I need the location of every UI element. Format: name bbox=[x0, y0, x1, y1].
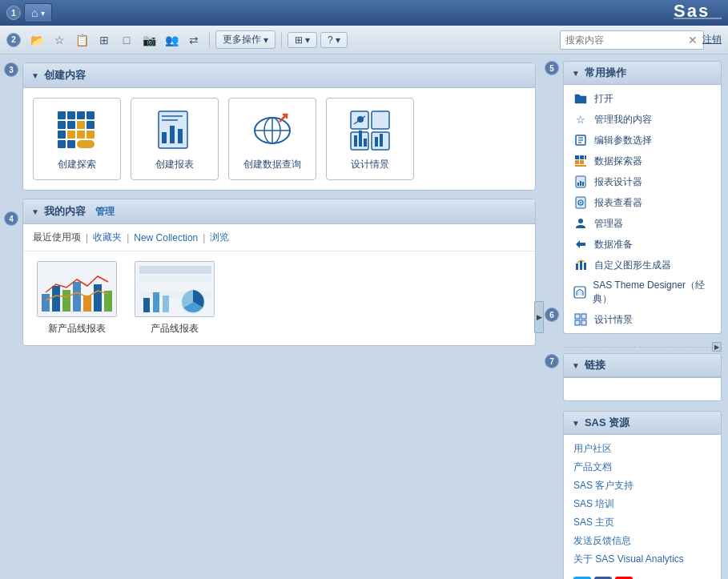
svg-rect-4 bbox=[58, 121, 66, 129]
svg-rect-10 bbox=[58, 131, 66, 139]
sas-logo: Sas bbox=[674, 1, 722, 25]
create-report-card[interactable]: 创建报表 bbox=[131, 98, 219, 180]
grid-icon[interactable]: ⊞ bbox=[95, 30, 114, 50]
op-manage-content[interactable]: ☆ 管理我的内容 bbox=[564, 109, 721, 130]
frame-icon[interactable]: □ bbox=[117, 30, 136, 50]
svg-rect-1 bbox=[674, 18, 722, 19]
svg-rect-73 bbox=[576, 263, 578, 270]
svg-rect-74 bbox=[580, 261, 582, 270]
logout-button[interactable]: 注销 bbox=[702, 33, 722, 46]
expand-icon[interactable]: ▶ bbox=[712, 342, 722, 352]
more-actions-button[interactable]: 更多操作 ▾ bbox=[215, 30, 276, 49]
svg-rect-60 bbox=[580, 155, 584, 159]
layout-arrow: ▾ bbox=[305, 34, 310, 46]
resource-support[interactable]: SAS 客户支持 bbox=[573, 476, 711, 495]
resource-training[interactable]: SAS 培训 bbox=[573, 495, 711, 513]
open-icon bbox=[573, 91, 588, 106]
svg-point-72 bbox=[578, 219, 583, 223]
users-icon[interactable]: 👥 bbox=[162, 30, 181, 50]
op-data-explorer[interactable]: 数据探索器 bbox=[564, 151, 721, 171]
svg-rect-2 bbox=[58, 111, 66, 119]
resource-about[interactable]: 关于 SAS Visual Analytics bbox=[573, 550, 711, 569]
search-input[interactable] bbox=[560, 30, 704, 50]
designer-icon bbox=[349, 110, 391, 151]
op-custom-graph[interactable]: 自定义图形生成器 bbox=[564, 255, 721, 275]
op-data-prep-label: 数据准备 bbox=[594, 238, 633, 251]
op-report-viewer-label: 报表查看器 bbox=[594, 196, 642, 210]
content-item-label-1: 产品线报表 bbox=[151, 322, 199, 336]
op-edit-params[interactable]: 编辑参数选择 bbox=[564, 130, 721, 151]
svg-rect-11 bbox=[67, 131, 75, 139]
manager-icon bbox=[573, 216, 588, 231]
expand-divider: ▶ bbox=[563, 342, 722, 352]
resource-feedback[interactable]: 发送反馈信息 bbox=[573, 532, 711, 550]
right-panel: ▼ 常用操作 打开 ☆ 管理我的内容 bbox=[560, 54, 728, 579]
home-button[interactable]: ⌂ ▾ bbox=[24, 3, 52, 22]
create-query-card[interactable]: 创建数据查询 bbox=[228, 98, 316, 180]
nav-sep-1: | bbox=[86, 232, 88, 243]
op-manager-label: 管理器 bbox=[594, 217, 623, 231]
content-item-0[interactable]: 新产品线报表 bbox=[33, 261, 121, 336]
common-ops-section: ▼ 常用操作 打开 ☆ 管理我的内容 bbox=[563, 61, 722, 334]
recent-label: 最近使用项 bbox=[33, 231, 81, 244]
svg-rect-75 bbox=[584, 263, 586, 270]
links-section: ▼ 链接 bbox=[563, 353, 722, 401]
favorites-icon[interactable]: ☆ bbox=[50, 30, 69, 50]
section-badge-2: 2 bbox=[6, 33, 21, 47]
svg-point-71 bbox=[580, 202, 581, 203]
op-data-prep[interactable]: 数据准备 bbox=[564, 234, 721, 255]
common-ops-header: ▼ 常用操作 bbox=[563, 61, 722, 85]
content-thumb-0 bbox=[37, 261, 117, 317]
top-bar: 1 ⌂ ▾ Sas bbox=[0, 0, 728, 26]
section-badge-5: 5 bbox=[545, 61, 559, 75]
layout-button[interactable]: ⊞ ▾ bbox=[288, 32, 317, 48]
clipboard-icon[interactable]: 📋 bbox=[72, 30, 91, 50]
report-card-label: 创建报表 bbox=[155, 158, 194, 171]
manage-link[interactable]: 管理 bbox=[95, 205, 115, 219]
panel-collapse-arrow[interactable]: ▶ bbox=[534, 301, 544, 333]
create-designer-card[interactable]: 设计情景 bbox=[326, 98, 414, 180]
explore-card-label: 创建探索 bbox=[58, 158, 96, 171]
op-theme-designer[interactable]: SAS Theme Designer（经典） bbox=[564, 275, 721, 309]
svg-rect-18 bbox=[162, 132, 167, 143]
svg-rect-80 bbox=[581, 320, 586, 325]
links-body bbox=[563, 377, 722, 401]
resource-docs[interactable]: 产品文档 bbox=[573, 458, 711, 476]
op-manager[interactable]: 管理器 bbox=[564, 213, 721, 234]
help-button[interactable]: ? ▾ bbox=[320, 32, 348, 48]
op-open[interactable]: 打开 bbox=[564, 88, 721, 109]
op-custom-graph-label: 自定义图形生成器 bbox=[594, 259, 671, 272]
svg-rect-77 bbox=[575, 314, 580, 319]
nav-sep-2: | bbox=[127, 232, 129, 243]
create-content-header: ▼ 创建内容 bbox=[23, 63, 535, 88]
sas-resources-body: 用户社区 产品文档 SAS 客户支持 SAS 培训 SAS 主页 发送反馈信息 … bbox=[563, 435, 722, 579]
op-design-scenario[interactable]: 设计情景 bbox=[564, 309, 721, 330]
search-clear-icon[interactable]: ✕ bbox=[688, 34, 698, 46]
op-report-viewer[interactable]: 报表查看器 bbox=[564, 192, 721, 213]
more-actions-label: 更多操作 bbox=[223, 33, 261, 46]
my-content-header: ▼ 我的内容 管理 bbox=[23, 199, 535, 224]
star-icon: ☆ bbox=[573, 112, 588, 127]
data-prep-icon bbox=[573, 237, 588, 251]
create-cards-grid: 创建探索 bbox=[23, 88, 535, 190]
browse-link[interactable]: 浏览 bbox=[210, 231, 229, 244]
resource-homepage[interactable]: SAS 主页 bbox=[573, 513, 711, 532]
op-report-designer[interactable]: 报表设计器 bbox=[564, 171, 721, 192]
favorites-link[interactable]: 收藏夹 bbox=[93, 231, 122, 244]
resource-community[interactable]: 用户社区 bbox=[573, 440, 711, 458]
svg-rect-9 bbox=[86, 121, 95, 129]
svg-rect-13 bbox=[86, 131, 95, 139]
camera-icon[interactable]: 📷 bbox=[139, 30, 159, 50]
svg-rect-28 bbox=[372, 111, 389, 129]
create-explore-card[interactable]: 创建探索 bbox=[33, 98, 121, 180]
sas-resources-header: ▼ SAS 资源 bbox=[563, 411, 722, 435]
svg-rect-79 bbox=[575, 320, 580, 325]
section-badge-4: 4 bbox=[4, 211, 18, 226]
new-collection-link[interactable]: New Collection bbox=[134, 232, 198, 243]
social-bar: t f ▶ 关注 SAS bbox=[573, 573, 711, 579]
home-icon: ⌂ bbox=[31, 6, 38, 19]
open-folder-icon[interactable]: 📂 bbox=[27, 30, 46, 50]
svg-rect-53 bbox=[153, 292, 159, 312]
content-item-1[interactable]: 产品线报表 bbox=[131, 261, 219, 336]
transfer-icon[interactable]: ⇄ bbox=[184, 30, 203, 50]
